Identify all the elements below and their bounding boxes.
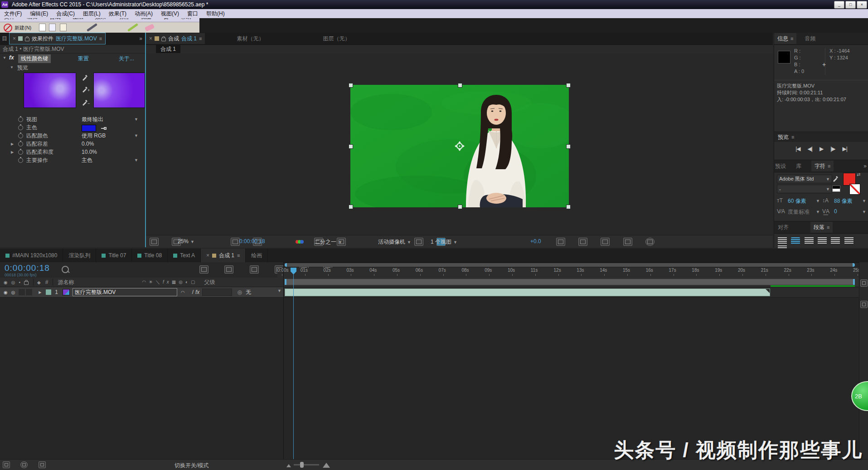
switch-cells[interactable] <box>202 289 232 296</box>
timeline-zoom-slider[interactable] <box>294 464 319 465</box>
layer-label-swatch[interactable] <box>46 289 51 295</box>
swap-fill-stroke-icon[interactable]: ⇄ <box>857 172 860 177</box>
close-tab-icon[interactable]: × <box>13 35 16 42</box>
source-name-column[interactable]: 源名称 <box>58 279 74 286</box>
effect-controls-tab[interactable]: × 效果控件 医疗完整版.MOV ≡ <box>9 33 106 44</box>
eyedropper-icon[interactable] <box>832 175 839 182</box>
param-row-view[interactable]: 视图 最终输出 ▼ <box>0 115 143 123</box>
next-frame-button[interactable]: |▶ <box>830 146 835 152</box>
dropdown-icon[interactable]: ▼ <box>134 117 138 122</box>
timeline-tab-comp1[interactable]: × 合成 1 ≡ <box>201 249 246 262</box>
menu-item[interactable]: 帮助(H) <box>202 10 229 18</box>
navigator-end-handle[interactable] <box>853 263 855 267</box>
selection-handle[interactable] <box>566 144 571 149</box>
copy-icon[interactable] <box>49 24 56 31</box>
channel-icon[interactable] <box>296 239 304 245</box>
preview-thumbnail-right[interactable] <box>93 73 145 108</box>
dropdown-icon[interactable]: ▼ <box>816 199 820 203</box>
align-left-button[interactable] <box>778 237 787 244</box>
close-button[interactable]: × <box>857 1 867 9</box>
play-button[interactable]: ▶ <box>820 146 823 152</box>
leading-value[interactable]: 88 像素 <box>834 197 853 205</box>
anchor-point-icon[interactable] <box>455 141 465 151</box>
eyedropper-icon[interactable] <box>101 124 108 132</box>
more-panels-icon[interactable]: » <box>139 35 142 42</box>
menu-item[interactable]: 动画(A) <box>131 10 157 18</box>
more-panels-icon[interactable]: » <box>863 163 867 169</box>
highlighter-icon[interactable] <box>127 23 138 32</box>
project-tab-clipped[interactable]: 目 <box>2 35 7 43</box>
toggle-switches-button[interactable]: 切换开关/模式 <box>175 462 209 470</box>
timeline-tab-texta[interactable]: Text A <box>168 249 201 262</box>
kerning-value[interactable]: 度量标准 <box>788 208 810 216</box>
time-ruler[interactable]: 0:00s01s02s03s04s05s06s07s08s09s10s11s12… <box>277 268 859 278</box>
menu-item[interactable]: 文件(F) <box>0 10 26 18</box>
effect-name[interactable]: 线性颜色键 <box>18 54 51 63</box>
stopwatch-icon[interactable] <box>18 142 23 147</box>
selection-handle[interactable] <box>349 83 353 88</box>
camera-select[interactable]: 活动摄像机▼ <box>378 238 411 246</box>
collapse-icon[interactable]: ▼ <box>3 56 6 60</box>
menu-item[interactable]: 窗口 <box>183 10 202 18</box>
dropdown-icon[interactable]: ▼ <box>134 158 138 162</box>
layer-expander-icon[interactable]: ▶ <box>39 290 41 294</box>
menu-item[interactable]: 视图(V) <box>157 10 183 18</box>
new-button[interactable]: 新建(N) <box>15 24 31 31</box>
selection-handle[interactable] <box>566 83 571 88</box>
close-tab-icon[interactable]: × <box>149 35 152 42</box>
expander-icon[interactable]: ▶ <box>11 150 14 154</box>
stopwatch-icon[interactable] <box>18 133 23 138</box>
timeline-tab-main[interactable]: #MAIN 1920x1080 <box>0 249 63 262</box>
hide-shy-icon[interactable] <box>250 265 259 274</box>
first-frame-button[interactable]: |◀ <box>795 146 800 152</box>
stopwatch-icon[interactable] <box>18 150 23 155</box>
timeline-tab-title07[interactable]: Title 07 <box>96 249 132 262</box>
zoom-in-mountain-icon[interactable] <box>323 463 330 468</box>
menu-item[interactable]: 效果(T) <box>105 10 131 18</box>
layer-tab[interactable]: 图层（无） <box>323 35 350 43</box>
selection-handle[interactable] <box>566 205 571 209</box>
layer-video-toggle[interactable]: ◉ <box>4 290 8 295</box>
character-tab[interactable]: 字符≡ <box>811 161 834 171</box>
flowchart-icon[interactable] <box>623 238 632 246</box>
work-area-bar[interactable] <box>285 279 855 285</box>
resolution-select[interactable]: 二分之一▼ <box>315 238 342 246</box>
roi-icon[interactable] <box>414 238 423 246</box>
param-row-softness[interactable]: ▶ 匹配柔和度 10.0% <box>0 148 143 156</box>
always-preview-icon[interactable] <box>150 238 159 246</box>
dropdown-icon[interactable]: ▼ <box>134 133 138 138</box>
dropdown-icon[interactable]: ▼ <box>862 210 866 214</box>
layer-duration-bar[interactable] <box>285 289 770 296</box>
timeline-tab-title08[interactable]: Title 08 <box>132 249 168 262</box>
layer-fx-icon[interactable]: fx <box>195 289 199 295</box>
reset-exposure-icon[interactable] <box>645 238 655 246</box>
menu-item[interactable]: 合成(C) <box>52 10 79 18</box>
param-row-keyop[interactable]: 主要操作 主色 ▼ <box>0 156 143 164</box>
layer-name[interactable]: 医疗完整版.MOV <box>73 288 177 296</box>
layer-quality-icon[interactable]: ◠ <box>181 290 185 295</box>
timeline-button-icon[interactable] <box>601 238 610 246</box>
align-center-button[interactable] <box>791 237 800 244</box>
layer-audio-toggle[interactable]: ◎ <box>11 290 15 295</box>
prev-frame-button[interactable]: ◀| <box>808 146 812 152</box>
minimize-button[interactable]: _ <box>834 1 844 9</box>
font-style-select[interactable]: -▼ <box>777 185 832 193</box>
lock-cell[interactable] <box>26 289 32 295</box>
panel-menu-icon[interactable]: ≡ <box>99 36 102 41</box>
composition-tab[interactable]: × 合成 合成 1 ≡ <box>146 33 205 44</box>
solo-cell[interactable] <box>19 289 25 295</box>
frame-blend-toggle-icon[interactable] <box>20 461 28 468</box>
default-fill-stroke-icon[interactable] <box>832 186 840 192</box>
preview-thumbnail-left[interactable] <box>24 73 76 108</box>
playhead-line[interactable] <box>293 268 294 459</box>
maximize-button[interactable]: □ <box>845 1 856 9</box>
comp-timecode[interactable]: 0:00:00:18 <box>239 238 265 245</box>
panel-menu-icon[interactable]: ≡ <box>790 36 793 41</box>
comp-viewer[interactable] <box>146 54 773 235</box>
presets-tab[interactable]: 预设 <box>775 162 786 170</box>
greenscreen-layer[interactable] <box>350 85 569 207</box>
panel-menu-icon[interactable]: ≡ <box>791 134 794 140</box>
parent-pickwhip-icon[interactable]: ◎ <box>238 289 242 295</box>
share-view-icon[interactable] <box>556 238 565 246</box>
parent-column[interactable]: 父级 <box>204 279 215 286</box>
